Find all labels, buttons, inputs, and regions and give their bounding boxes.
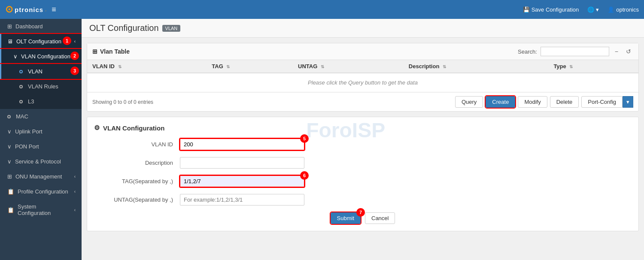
hamburger-icon[interactable]: ≡ [52,5,56,14]
save-icon: 💾 [523,6,530,13]
vlan-table: VLAN ID ⇅ TAG ⇅ UNTAG ⇅ Description ⇅ Ty… [87,60,638,92]
form-actions: Submit 7 Cancel [94,212,632,224]
dropdown-arrow-lang: ▾ [596,6,599,13]
table-title: ⊞ Vlan Table [92,48,130,55]
sidebar-item-olt-config[interactable]: 🖥 OLT Configuration ‹ 1 [0,34,82,49]
sort-arrows-type: ⇅ [569,64,573,69]
page-title: OLT Configuration [89,23,159,33]
sidebar-item-mac[interactable]: MAC [0,109,82,124]
port-config-btn[interactable]: Port-Config [581,96,623,108]
logo-text: ptronics [15,6,43,13]
description-input[interactable] [180,157,304,169]
search-input[interactable] [541,47,609,56]
vlan-config-section: ⚙ VLAN Configuration VLAN ID 5 Descripti… [87,117,639,231]
query-btn[interactable]: Query [455,96,483,108]
l3-circle-icon [19,100,23,103]
description-label: Description [94,160,180,166]
badge-5: 5 [300,134,309,143]
language-btn[interactable]: 🌐 ▾ [587,6,599,13]
globe-icon: 🌐 [587,6,594,13]
tag-row: TAG(Separated by ,) 6 [94,175,632,187]
sidebar-system-label: System Configuration [18,203,71,216]
vlan-id-label: VLAN ID [94,141,180,148]
create-btn[interactable]: Create [486,96,515,108]
logo-icon: ⊙ [5,4,13,15]
vlan-id-input[interactable] [180,139,304,150]
sidebar-profile-label: Profile Configuration [18,188,71,195]
vlan-circle-icon [19,70,23,73]
sidebar-item-system-config[interactable]: 📋 System Configuration ‹ [0,199,82,221]
sidebar-vlan-config-label: VLAN Configuration [21,53,76,60]
uplink-arrow-icon: ∨ [7,128,12,135]
sidebar-mac-label: MAC [16,113,76,120]
breadcrumb-badge: VLAN [162,25,181,32]
sort-arrows-untag: ⇅ [321,64,324,69]
logo-dot: . [45,7,46,12]
refresh-btn[interactable]: ↺ [624,47,633,56]
vlan-config-icon: ∨ [13,53,18,60]
sidebar-dashboard-label: Dashboard [15,23,76,30]
system-icon: 📋 [7,207,14,213]
sidebar-item-vlan[interactable]: VLAN 3 [0,64,82,79]
navbar: ⊙ ptronics . ≡ 💾 Save Configuration 🌐 ▾ … [0,0,644,19]
col-tag: TAG ⇅ [207,60,293,73]
logo: ⊙ ptronics . [5,4,46,15]
sidebar-item-onu-mgmt[interactable]: ⊞ ONU Management ‹ [0,169,82,184]
submit-btn[interactable]: Submit [331,212,361,224]
untag-input[interactable] [180,194,304,206]
vlan-table-section: ⊞ Vlan Table Search: − ↺ VLAN ID ⇅ [87,43,639,112]
minimize-btn[interactable]: − [613,47,620,56]
onu-arrow-icon: ‹ [74,174,76,179]
col-untag: UNTAG ⇅ [293,60,404,73]
content-area: OLT Configuration VLAN ⊞ Vlan Table Sear… [82,19,644,260]
sidebar-vlan-rules-label: VLAN Rules [28,83,76,90]
no-data-cell: Please click the Query button to get the… [87,73,638,92]
sidebar: ⊞ Dashboard 🖥 OLT Configuration ‹ 1 ∨ VL… [0,19,82,260]
user-menu[interactable]: 👤 optronics [608,6,639,13]
sidebar-pon-label: PON Port [15,143,76,150]
no-data-row: Please click the Query button to get the… [87,73,638,92]
user-icon: 👤 [608,6,614,13]
sidebar-vlan-label: VLAN [28,68,76,75]
sort-arrows-vlan-id: ⇅ [118,64,122,69]
sidebar-item-dashboard[interactable]: ⊞ Dashboard [0,19,82,34]
col-vlan-id: VLAN ID ⇅ [87,60,207,73]
delete-btn[interactable]: Delete [550,96,579,108]
system-arrow-icon: ‹ [74,208,76,212]
sort-arrows-desc: ⇅ [443,64,446,69]
mac-circle-icon [7,115,11,118]
vlan-config-icon: ⚙ [94,124,100,132]
sidebar-item-uplink-port[interactable]: ∨ Uplink Port [0,124,82,139]
badge-2: 2 [70,51,79,60]
port-config-dropdown-btn[interactable]: ▾ [623,96,633,108]
sidebar-item-l3[interactable]: L3 [0,94,82,109]
cancel-btn[interactable]: Cancel [365,212,395,224]
badge-6: 6 [300,171,309,180]
save-config-btn[interactable]: 💾 Save Configuration [523,6,579,13]
sidebar-l3-label: L3 [28,98,76,105]
col-type: Type ⇅ [548,60,638,73]
pon-arrow-icon: ∨ [7,143,12,150]
col-description: Description ⇅ [404,60,549,73]
sidebar-item-service-protocol[interactable]: ∨ Service & Protocol [0,154,82,169]
sidebar-item-profile-config[interactable]: 📋 Profile Configuration ‹ [0,184,82,199]
modify-btn[interactable]: Modify [518,96,547,108]
sidebar-onu-label: ONU Management [15,173,71,180]
table-header: ⊞ Vlan Table Search: − ↺ [87,43,638,60]
sidebar-item-pon-port[interactable]: ∨ PON Port [0,139,82,154]
action-buttons: Query Create Modify Delete Port-Config ▾ [455,96,633,108]
sidebar-item-vlan-config[interactable]: ∨ VLAN Configuration 2 [0,49,82,64]
showing-entries: Showing 0 to 0 of 0 entries [92,99,153,105]
vlan-id-row: VLAN ID 5 [94,139,632,150]
search-label: Search: [518,48,537,55]
sidebar-item-vlan-rules[interactable]: VLAN Rules [0,79,82,94]
vlan-config-title: ⚙ VLAN Configuration [94,124,632,132]
service-arrow-icon: ∨ [7,158,12,165]
profile-icon: 📋 [7,188,14,195]
page-header: OLT Configuration VLAN [82,19,644,38]
monitor-icon: 🖥 [7,38,13,45]
tag-input[interactable] [180,175,304,187]
sort-arrows-tag: ⇅ [226,64,230,69]
badge-7: 7 [356,208,365,217]
sidebar-uplink-label: Uplink Port [15,128,76,135]
